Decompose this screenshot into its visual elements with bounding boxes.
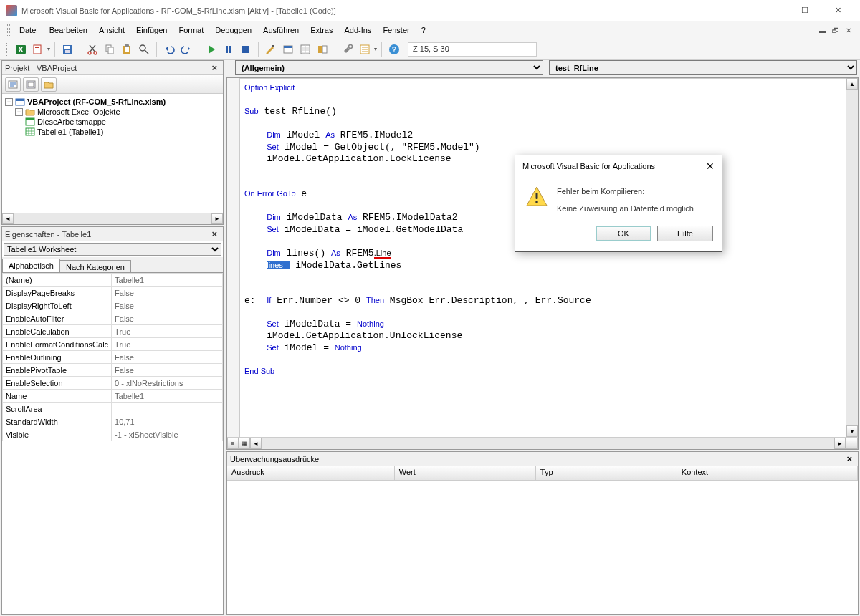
menu-einfuegen[interactable]: Einfügen [131, 24, 172, 37]
cut-icon[interactable] [85, 42, 100, 57]
prop-value[interactable]: True [112, 325, 223, 338]
prop-name[interactable]: (Name) [3, 274, 112, 287]
prop-name[interactable]: DisplayRightToLeft [3, 299, 112, 312]
menu-bearbeiten[interactable]: Bearbeiten [44, 24, 92, 37]
dialog-ok-button[interactable]: OK [596, 226, 651, 241]
toolbar-handle[interactable] [7, 24, 10, 36]
paste-icon[interactable] [119, 42, 135, 57]
watch-close-icon[interactable]: × [844, 453, 855, 464]
watch-columns[interactable]: Ausdruck Wert Typ Kontext [227, 466, 858, 481]
dialog-help-button[interactable]: Hilfe [657, 226, 713, 241]
prop-value[interactable]: True [112, 338, 223, 351]
menu-help[interactable]: ? [416, 24, 431, 37]
mdi-restore-button[interactable]: 🗗 [830, 25, 841, 35]
code-vscrollbar[interactable]: ▲▼ [846, 78, 858, 437]
insert-module-icon[interactable] [30, 42, 46, 57]
object-dropdown[interactable]: (Allgemein) [235, 60, 543, 75]
prop-value[interactable]: False [112, 312, 223, 325]
watch-col-value[interactable]: Wert [395, 466, 536, 480]
close-button[interactable]: ✕ [821, 0, 854, 21]
properties-object-selector[interactable]: Tabelle1 Worksheet [4, 243, 221, 256]
project-hscrollbar[interactable]: ◄► [2, 213, 223, 224]
toggle-folders-icon[interactable] [41, 77, 57, 92]
find-icon[interactable] [136, 42, 152, 57]
menu-ansicht[interactable]: Ansicht [94, 24, 130, 37]
redo-icon[interactable] [178, 42, 194, 57]
procedure-dropdown[interactable]: test_RfLine [549, 60, 857, 75]
prop-name[interactable]: EnablePivotTable [3, 364, 112, 377]
prop-name[interactable]: DisplayPageBreaks [3, 287, 112, 299]
dialog-title: Microsoft Visual Basic for Applications [522, 162, 655, 170]
properties-tab-category[interactable]: Nach Kategorien [59, 260, 131, 272]
project-root[interactable]: VBAProject (RF-COM_5-RfLine.xlsm) [27, 97, 166, 106]
project-tree[interactable]: −VBAProject (RF-COM_5-RfLine.xlsm) −Micr… [2, 94, 223, 213]
maximize-button[interactable]: ☐ [788, 0, 821, 21]
prop-value[interactable]: -1 - xlSheetVisible [112, 428, 223, 441]
copy-icon[interactable] [102, 42, 118, 57]
watch-col-expression[interactable]: Ausdruck [227, 466, 395, 480]
prop-name[interactable]: StandardWidth [3, 415, 112, 428]
prop-value[interactable]: Tabelle1 [112, 390, 223, 403]
prop-value[interactable]: 10,71 [112, 415, 223, 428]
object-browser-icon[interactable] [315, 42, 330, 57]
watch-body[interactable] [227, 481, 858, 614]
procedure-view-icon[interactable]: ≡ [227, 438, 239, 449]
minimize-button[interactable]: ─ [755, 0, 788, 21]
menu-extras[interactable]: Extras [305, 24, 338, 37]
view-code-icon[interactable] [5, 77, 21, 92]
watch-col-context[interactable]: Kontext [677, 466, 858, 480]
excel-icon[interactable]: X [13, 42, 29, 57]
properties-window-icon[interactable] [297, 42, 313, 57]
prop-name[interactable]: EnableAutoFilter [3, 312, 112, 325]
code-margin[interactable] [227, 78, 240, 437]
code-text[interactable]: Option Explicit Sub test_RfLine() Dim iM… [240, 78, 846, 437]
tab-order-icon[interactable] [357, 42, 373, 57]
project-item-workbook[interactable]: DieseArbeitsmappe [37, 117, 106, 126]
full-module-view-icon[interactable]: ▦ [239, 438, 250, 449]
menu-ausfuehren[interactable]: Ausführen [258, 24, 304, 37]
menu-datei[interactable]: Datei [14, 24, 43, 37]
properties-close-icon[interactable]: × [209, 228, 220, 239]
toolbar-handle[interactable] [6, 43, 9, 56]
prop-value[interactable]: False [112, 287, 223, 299]
code-hscrollbar[interactable]: ≡ ▦ ◄► [227, 437, 858, 449]
reset-icon[interactable] [238, 42, 254, 57]
prop-name[interactable]: EnableCalculation [3, 325, 112, 338]
project-item-sheet[interactable]: Tabelle1 (Tabelle1) [37, 127, 103, 136]
menu-format[interactable]: Format [173, 24, 209, 37]
project-explorer-icon[interactable] [280, 42, 296, 57]
watch-col-type[interactable]: Typ [536, 466, 677, 480]
prop-value[interactable]: False [112, 364, 223, 377]
prop-value[interactable]: False [112, 351, 223, 364]
view-object-icon[interactable] [23, 77, 39, 92]
dialog-close-icon[interactable]: ✕ [706, 160, 715, 172]
mdi-minimize-button[interactable]: ▬ [817, 25, 828, 35]
prop-value[interactable]: False [112, 299, 223, 312]
menu-fenster[interactable]: Fenster [378, 24, 414, 37]
prop-name[interactable]: EnableSelection [3, 377, 112, 390]
prop-name[interactable]: EnableFormatConditionsCalc [3, 338, 112, 351]
prop-value[interactable] [112, 403, 223, 415]
prop-name[interactable]: Name [3, 390, 112, 403]
project-explorer-close-icon[interactable]: × [209, 62, 220, 73]
run-icon[interactable] [204, 42, 219, 57]
break-icon[interactable] [221, 42, 236, 57]
undo-icon[interactable] [161, 42, 177, 57]
toolbox-icon[interactable] [340, 42, 355, 57]
help-icon[interactable]: ? [386, 42, 402, 57]
code-editor[interactable]: Option Explicit Sub test_RfLine() Dim iM… [226, 77, 859, 450]
mdi-close-button[interactable]: ✕ [843, 25, 854, 35]
design-mode-icon[interactable] [263, 42, 279, 57]
menu-addins[interactable]: Add-Ins [339, 24, 376, 37]
prop-name[interactable]: EnableOutlining [3, 351, 112, 364]
project-folder[interactable]: Microsoft Excel Objekte [37, 107, 120, 116]
prop-value[interactable]: Tabelle1 [112, 274, 223, 287]
save-icon[interactable] [59, 42, 75, 57]
prop-value[interactable]: 0 - xlNoRestrictions [112, 377, 223, 390]
menu-debuggen[interactable]: Debuggen [210, 24, 257, 37]
prop-name[interactable]: ScrollArea [3, 403, 112, 415]
properties-grid[interactable]: (Name)Tabelle1DisplayPageBreaksFalseDisp… [2, 273, 223, 614]
properties-tab-alpha[interactable]: Alphabetisch [2, 259, 60, 272]
prop-name[interactable]: Visible [3, 428, 112, 441]
svg-rect-5 [64, 46, 70, 49]
